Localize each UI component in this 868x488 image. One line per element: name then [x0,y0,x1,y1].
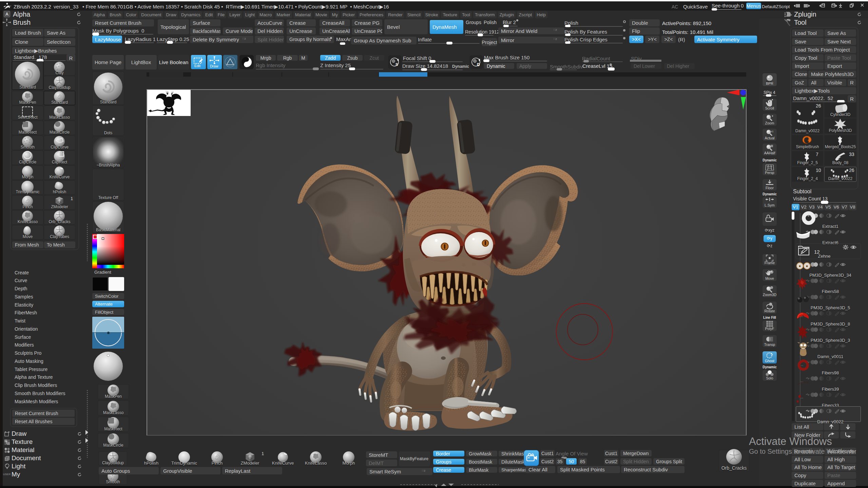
svg-text:Draw: Draw [210,64,218,68]
svg-text:D: D [477,62,480,67]
svg-text:x1: x1 [771,130,774,133]
svg-text:Edit: Edit [194,64,200,68]
svg-text:USER: USER [3,473,11,476]
svg-text:Z: Z [5,457,7,461]
svg-text:T: T [5,441,8,445]
svg-text:S: S [396,62,398,66]
